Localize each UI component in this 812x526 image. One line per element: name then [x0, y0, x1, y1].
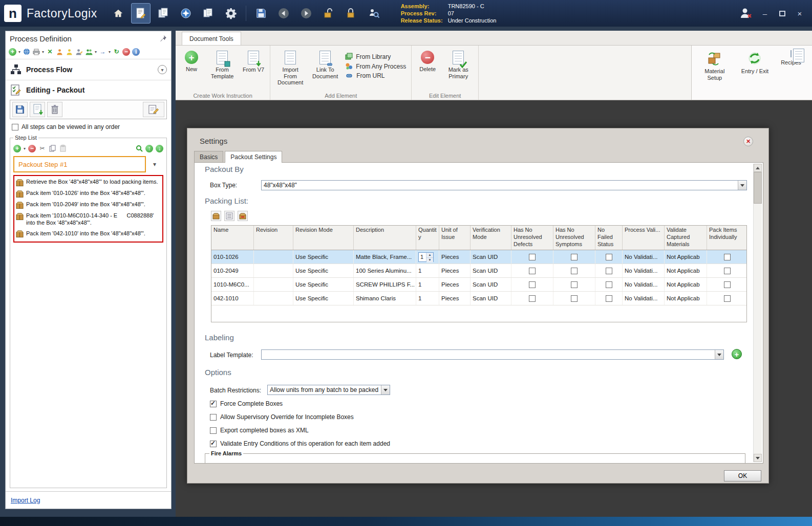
cell-checkbox[interactable]: [606, 254, 612, 260]
from-library-button[interactable]: From Library: [343, 53, 408, 60]
chevron-down-icon[interactable]: ▾: [18, 50, 20, 54]
new-button[interactable]: + New: [179, 49, 204, 75]
table-cell-quantity[interactable]: 1: [416, 264, 439, 277]
table-cell-revision[interactable]: [254, 250, 293, 264]
globe-icon[interactable]: [23, 48, 30, 56]
forward-step-icon[interactable]: →: [99, 48, 106, 56]
link-to-document-button[interactable]: Link To Document: [308, 49, 342, 81]
table-cell-revision_mode[interactable]: Use Specific: [293, 278, 354, 291]
step-list-item[interactable]: Pack item '042-1010' into the Box '48"x4…: [16, 230, 161, 238]
cell-checkbox[interactable]: [724, 254, 731, 260]
step-list-item[interactable]: Pack item '1010-M6C010-14-340 - E C08828…: [16, 212, 161, 227]
close-button[interactable]: ×: [795, 9, 805, 18]
table-cell-verification_mode[interactable]: Scan UID: [471, 264, 511, 277]
column-header-revision[interactable]: Revision: [254, 226, 293, 250]
column-header-description[interactable]: Description: [354, 226, 416, 250]
paste-icon[interactable]: [59, 145, 67, 152]
column-header-verification_mode[interactable]: Verification Mode: [471, 226, 511, 250]
cell-checkbox[interactable]: [529, 268, 536, 274]
unlock-button[interactable]: [319, 3, 338, 24]
import-from-document-button[interactable]: Import From Document: [273, 49, 307, 88]
info-icon[interactable]: i: [132, 48, 140, 56]
column-header-pack_items_individually[interactable]: Pack Items Individually: [707, 226, 747, 250]
import-step-button[interactable]: [30, 102, 45, 117]
column-header-process_validation[interactable]: Process Vali...: [623, 226, 665, 250]
table-cell-revision_mode[interactable]: Use Specific: [293, 264, 354, 277]
option-checkbox-row[interactable]: Export completed boxes as XML: [210, 424, 390, 437]
option-checkbox-row[interactable]: Allow Supervisory Override for Incomplet…: [210, 410, 390, 424]
scroll-down-button[interactable]: [754, 454, 762, 462]
move-up-icon[interactable]: ↑: [145, 145, 153, 152]
chevron-down-icon[interactable]: [381, 385, 390, 394]
order-checkbox-row[interactable]: All steps can be viewed in any order: [6, 120, 171, 134]
from-template-button[interactable]: From Template: [205, 49, 239, 81]
table-cell-description[interactable]: Matte Black, Frame...: [354, 250, 416, 264]
ok-button[interactable]: OK: [724, 470, 761, 481]
table-cell-process_validation[interactable]: No Validati...: [623, 292, 665, 305]
process-flow-row[interactable]: Process Flow ▾: [6, 60, 171, 79]
scroll-thumb[interactable]: [754, 172, 762, 204]
cell-checkbox[interactable]: [529, 295, 536, 302]
cell-checkbox[interactable]: [529, 281, 536, 288]
close-step-icon[interactable]: ✕: [46, 48, 54, 56]
edit-signature-button[interactable]: [143, 102, 164, 117]
label-template-select[interactable]: [261, 349, 724, 360]
batch-restrictions-select[interactable]: Allow units from any batch to be packed: [267, 385, 390, 395]
print-icon[interactable]: [32, 48, 40, 56]
chevron-down-icon[interactable]: [715, 350, 723, 359]
cell-checkbox[interactable]: [571, 268, 578, 274]
table-cell-quantity[interactable]: 1: [416, 292, 439, 305]
save-button[interactable]: [251, 3, 271, 24]
table-cell-name[interactable]: 010-1026: [211, 250, 254, 264]
cell-checkbox[interactable]: [571, 295, 578, 302]
step-list-item[interactable]: Pack item '010-2049' into the Box '48"x4…: [16, 201, 161, 209]
recipes-button[interactable]: Recipes: [778, 49, 804, 68]
material-setup-button[interactable]: Material Setup: [698, 49, 732, 83]
chevron-down-icon[interactable]: [738, 181, 746, 190]
table-cell-validate_captured_materials[interactable]: Not Applicab: [665, 278, 707, 291]
cell-checkbox[interactable]: [724, 281, 731, 288]
table-row[interactable]: 010-2049Use Specific100 Series Aluminu..…: [211, 264, 746, 278]
step-name-chevron-icon[interactable]: ▾: [146, 161, 163, 168]
table-cell-revision[interactable]: [254, 264, 293, 277]
table-cell-process_validation[interactable]: No Validati...: [623, 278, 665, 291]
back-button[interactable]: [274, 3, 293, 24]
user-star-icon[interactable]: [66, 48, 73, 56]
remove-package-icon[interactable]: [238, 211, 248, 221]
table-cell-revision[interactable]: [254, 292, 293, 305]
cell-checkbox[interactable]: [571, 254, 578, 260]
step-list-item[interactable]: Retrieve the Box '48"x48"x48"' to load p…: [16, 179, 161, 186]
table-row[interactable]: 042-1010Use SpecificShimano Claris1Piece…: [211, 292, 746, 305]
table-cell-description[interactable]: SCREW PHILLIPS F...: [354, 278, 416, 291]
tab-basics[interactable]: Basics: [194, 151, 223, 162]
process-steps-button[interactable]: [154, 3, 173, 24]
table-cell-unit_of_issue[interactable]: Pieces: [439, 292, 471, 305]
work-instructions-button[interactable]: [131, 3, 151, 24]
table-cell-name[interactable]: 042-1010: [211, 292, 254, 305]
refresh-icon[interactable]: ↻: [113, 48, 120, 56]
option-checkbox[interactable]: [210, 401, 217, 407]
forward-button[interactable]: [296, 3, 316, 24]
cell-checkbox[interactable]: [606, 295, 612, 302]
table-cell-validate_captured_materials[interactable]: Not Applicab: [665, 250, 707, 264]
collapse-chevron-icon[interactable]: ▾: [158, 65, 167, 74]
delete-step-button[interactable]: [47, 102, 62, 117]
add-step-icon[interactable]: +: [13, 145, 21, 152]
table-cell-description[interactable]: 100 Series Aluminu...: [354, 264, 416, 277]
navigate-button[interactable]: [176, 3, 196, 24]
table-cell-verification_mode[interactable]: Scan UID: [471, 278, 511, 291]
maximize-button[interactable]: [777, 9, 787, 18]
option-checkbox[interactable]: [210, 441, 217, 447]
add-package-icon[interactable]: [211, 211, 221, 221]
option-checkbox[interactable]: [210, 414, 217, 421]
table-cell-description[interactable]: Shimano Claris: [354, 292, 416, 305]
table-cell-process_validation[interactable]: No Validati...: [623, 250, 665, 264]
lock-button[interactable]: [341, 3, 361, 24]
box-type-select[interactable]: 48"x48"x48": [261, 180, 747, 190]
column-header-unit_of_issue[interactable]: Unit of Issue: [439, 226, 471, 250]
entry-exit-button[interactable]: Entry / Exit: [739, 49, 771, 77]
table-cell-revision_mode[interactable]: Use Specific: [293, 250, 354, 264]
table-row[interactable]: 010-1026Use SpecificMatte Black, Frame..…: [211, 250, 746, 264]
table-cell-verification_mode[interactable]: Scan UID: [471, 250, 511, 264]
scroll-up-button[interactable]: [754, 164, 762, 172]
